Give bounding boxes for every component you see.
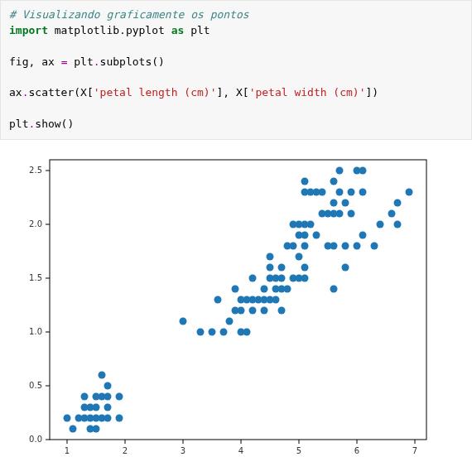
scatter-point: [104, 392, 112, 400]
code-text: plt: [67, 55, 93, 68]
scatter-point: [290, 242, 297, 249]
scatter-point: [319, 188, 326, 195]
scatter-point: [104, 403, 112, 411]
scatter-point: [388, 209, 396, 217]
scatter-point: [116, 392, 123, 400]
scatter-point: [301, 274, 309, 281]
y-tick-label: 1.5: [29, 273, 42, 282]
code-comment: # Visualizando graficamente os pontos: [9, 8, 249, 21]
scatter-point: [284, 285, 291, 292]
scatter-point: [226, 317, 234, 325]
scatter-point: [359, 231, 367, 238]
scatter-point: [301, 231, 309, 238]
scatter-point: [330, 242, 338, 249]
code-text: show(): [35, 118, 74, 130]
code-text: matplotlib.pyplot: [48, 24, 171, 36]
code-str: 'petal width (cm)': [249, 86, 366, 99]
scatter-point: [336, 188, 344, 195]
scatter-point: [220, 328, 228, 335]
scatter-point: [330, 199, 338, 206]
code-cell: # Visualizando graficamente os pontos im…: [0, 0, 472, 140]
scatter-point: [307, 220, 315, 228]
scatter-point: [313, 231, 320, 238]
code-text: ]): [366, 86, 379, 99]
scatter-point: [104, 382, 112, 389]
code-kw-import: import: [9, 24, 48, 36]
scatter-point: [267, 252, 274, 260]
scatter-point: [99, 371, 106, 378]
scatter-point: [301, 242, 309, 249]
scatter-point: [180, 317, 187, 325]
y-tick-label: 0.5: [29, 381, 42, 390]
scatter-point: [261, 285, 268, 292]
y-tick-label: 2.5: [29, 166, 42, 175]
scatter-point: [371, 242, 378, 249]
scatter-point: [359, 166, 367, 174]
x-tick-label: 4: [238, 446, 243, 455]
x-tick-label: 7: [412, 446, 417, 455]
scatter-point: [267, 263, 274, 271]
scatter-point: [394, 199, 402, 206]
code-kw-as: as: [171, 24, 185, 36]
code-str: 'petal length (cm)': [94, 86, 217, 99]
scatter-point: [377, 220, 384, 228]
scatter-point: [348, 188, 355, 195]
code-text: ax: [9, 86, 22, 99]
scatter-point: [116, 414, 123, 421]
scatter-point: [197, 328, 205, 335]
scatter-point: [301, 177, 309, 185]
chart-output: 12345670.00.51.01.52.02.5: [0, 150, 472, 464]
scatter-point: [342, 263, 349, 271]
code-text: fig, ax: [9, 55, 61, 68]
code-text: ], X[: [216, 86, 248, 99]
scatter-point: [209, 328, 216, 335]
scatter-point: [64, 414, 71, 421]
code-text: scatter(X[: [28, 86, 93, 99]
scatter-point: [278, 263, 286, 271]
scatter-point: [278, 306, 286, 314]
y-tick-label: 0.0: [29, 435, 42, 444]
scatter-point: [214, 296, 222, 303]
scatter-point: [296, 252, 303, 260]
scatter-point: [354, 242, 361, 249]
code-text: subplots(): [100, 55, 165, 68]
y-tick-label: 1.0: [29, 327, 42, 336]
scatter-plot: 12345670.00.51.01.52.02.5: [8, 150, 439, 464]
x-tick-label: 6: [354, 446, 359, 455]
scatter-point: [301, 263, 309, 271]
scatter-point: [348, 209, 355, 217]
scatter-point: [394, 220, 402, 228]
scatter-point: [104, 414, 112, 421]
scatter-point: [336, 209, 344, 217]
x-tick-label: 3: [181, 446, 185, 455]
scatter-point: [278, 274, 286, 281]
scatter-point: [406, 188, 413, 195]
scatter-point: [70, 425, 77, 432]
code-op-dot: .: [94, 55, 100, 68]
scatter-point: [93, 425, 100, 432]
scatter-point: [243, 328, 251, 335]
scatter-point: [330, 285, 338, 292]
scatter-point: [342, 199, 349, 206]
scatter-point: [336, 166, 344, 174]
x-tick-label: 1: [65, 446, 70, 455]
code-text: plt: [184, 24, 210, 36]
scatter-point: [232, 285, 239, 292]
scatter-point: [249, 306, 257, 314]
scatter-point: [238, 306, 245, 314]
scatter-point: [330, 177, 338, 185]
scatter-point: [272, 296, 280, 303]
code-text: plt: [9, 118, 28, 130]
scatter-point: [342, 242, 349, 249]
scatter-point: [81, 392, 89, 400]
scatter-point: [359, 188, 367, 195]
scatter-point: [249, 274, 257, 281]
x-tick-label: 2: [123, 446, 128, 455]
scatter-point: [93, 403, 100, 411]
y-tick-label: 2.0: [29, 219, 42, 228]
scatter-point: [261, 306, 268, 314]
x-tick-label: 5: [296, 446, 301, 455]
